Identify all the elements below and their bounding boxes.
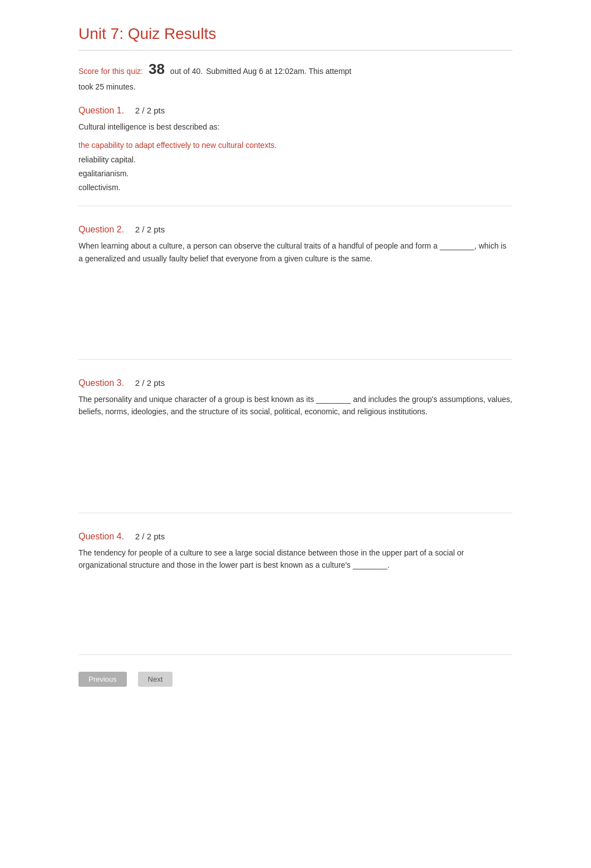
question-2-header: Question 2. 2 / 2 pts [78, 223, 513, 236]
question-1-text: Cultural intelligence is best described … [78, 121, 513, 133]
score-time: took 25 minutes. [78, 81, 513, 93]
score-submitted: Submitted Aug 6 at 12:02am. This attempt [206, 66, 351, 77]
question-3-header: Question 3. 2 / 2 pts [78, 376, 513, 390]
question-3-text: The personality and unique character of … [78, 393, 513, 418]
question-1-header: Question 1. 2 / 2 pts [78, 104, 513, 117]
score-label: Score for this quiz: [78, 66, 143, 77]
question-block-3: Question 3. 2 / 2 pts The personality an… [78, 376, 513, 513]
question-1-answer-4: collectivism. [78, 181, 513, 195]
question-4-pts: 2 / 2 pts [135, 530, 165, 543]
question-4-title: Question 4. [78, 530, 124, 543]
question-4-spacer [78, 577, 513, 643]
question-4-header: Question 4. 2 / 2 pts [78, 530, 513, 543]
question-block-4: Question 4. 2 / 2 pts The tendency for p… [78, 530, 513, 656]
question-1-answer-2: reliability capital. [78, 153, 513, 167]
question-3-pts: 2 / 2 pts [135, 377, 165, 390]
question-block-1: Question 1. 2 / 2 pts Cultural intellige… [78, 104, 513, 206]
bottom-navigation: Previous Next [78, 672, 513, 687]
question-1-answer-correct: the capability to adapt effectively to n… [78, 138, 513, 152]
page-title: Unit 7: Quiz Results [78, 22, 513, 51]
score-out-of: out of 40. [170, 66, 203, 77]
question-3-spacer [78, 424, 513, 502]
question-3-title: Question 3. [78, 376, 124, 390]
question-2-text: When learning about a culture, a person … [78, 240, 513, 265]
page-container: Unit 7: Quiz Results Score for this quiz… [45, 0, 546, 709]
score-section: Score for this quiz: 38 out of 40. Submi… [78, 58, 513, 93]
question-1-answer-3: egalitarianism. [78, 167, 513, 181]
question-1-title: Question 1. [78, 104, 124, 117]
question-1-pts: 2 / 2 pts [135, 105, 165, 117]
score-number: 38 [149, 58, 165, 80]
score-line: Score for this quiz: 38 out of 40. Submi… [78, 58, 513, 80]
previous-button[interactable]: Previous [78, 672, 127, 687]
question-2-spacer [78, 270, 513, 348]
next-button[interactable]: Next [138, 672, 173, 687]
question-2-title: Question 2. [78, 223, 124, 236]
question-block-2: Question 2. 2 / 2 pts When learning abou… [78, 223, 513, 360]
question-4-text: The tendency for people of a culture to … [78, 547, 513, 572]
question-2-pts: 2 / 2 pts [135, 224, 165, 236]
